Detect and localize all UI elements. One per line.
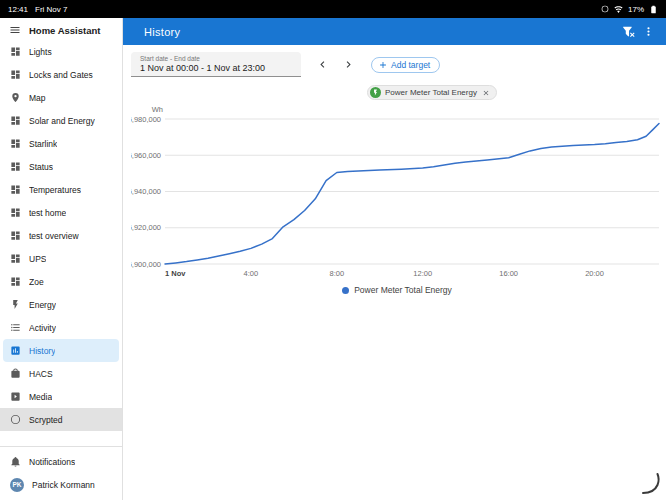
page-title: History [144, 26, 618, 38]
svg-text:6,900,000: 6,900,000 [131, 260, 161, 269]
dashboard-icon [10, 69, 21, 80]
history-chart[interactable]: 6,900,0006,920,0006,940,0006,960,0006,98… [131, 104, 663, 284]
sidebar-item-solar-and-energy[interactable]: Solar and Energy [0, 109, 122, 132]
chevron-left-icon[interactable] [315, 58, 329, 72]
dashboard-icon [10, 276, 21, 287]
sidebar-item-label: Scrypted [29, 415, 63, 425]
svg-text:6,960,000: 6,960,000 [131, 151, 161, 160]
sidebar-item-map[interactable]: Map [0, 86, 122, 109]
chart-wrap: 6,900,0006,920,0006,940,0006,960,0006,98… [131, 104, 663, 295]
sidebar-item-activity[interactable]: Activity [0, 316, 122, 339]
ring-icon [10, 414, 21, 425]
sidebar-item-label: Locks and Gates [29, 70, 93, 80]
dashboard-icon [10, 161, 21, 172]
sidebar-item-label: UPS [29, 254, 46, 264]
svg-text:6,980,000: 6,980,000 [131, 115, 161, 124]
sidebar-item-label: Notifications [29, 457, 75, 467]
gesture-indicator [641, 471, 663, 499]
date-range-label: Start date - End date [140, 55, 292, 62]
bag-icon [10, 368, 21, 379]
sidebar-item-label: Map [29, 93, 46, 103]
sidebar-item-locks-and-gates[interactable]: Locks and Gates [0, 63, 122, 86]
svg-text:6,920,000: 6,920,000 [131, 223, 161, 232]
svg-text:Wh: Wh [152, 105, 163, 114]
wifi-icon [614, 5, 623, 14]
chart-box-icon [10, 345, 21, 356]
dashboard-icon [10, 184, 21, 195]
sidebar-item-label: Energy [29, 300, 56, 310]
chevron-right-icon[interactable] [341, 58, 355, 72]
map-marker-icon [10, 92, 21, 103]
sidebar-item-temperatures[interactable]: Temperatures [0, 178, 122, 201]
sidebar-item-lights[interactable]: Lights [0, 40, 122, 63]
tablet-screen: 12:41 Fri Nov 7 17% Home Assistant Light… [0, 0, 666, 500]
sidebar-item-media[interactable]: Media [0, 385, 122, 408]
sidebar-item-energy[interactable]: Energy [0, 293, 122, 316]
app-title: Home Assistant [29, 25, 100, 36]
date-range-value: 1 Nov at 00:00 - 1 Nov at 23:00 [140, 63, 292, 73]
sidebar-item-zoe[interactable]: Zoe [0, 270, 122, 293]
sidebar-item-hacs[interactable]: HACS [0, 362, 122, 385]
entity-chip-label: Power Meter Total Energy [385, 88, 477, 97]
sidebar-item-label: Lights [29, 47, 52, 57]
date-range-picker[interactable]: Start date - End date 1 Nov at 00:00 - 1… [131, 52, 301, 77]
sidebar-item-label: History [29, 346, 55, 356]
svg-text:4:00: 4:00 [244, 269, 259, 278]
svg-text:16:00: 16:00 [499, 269, 518, 278]
sidebar-item-test-home[interactable]: test home [0, 201, 122, 224]
sidebar-item-label: Starlink [29, 139, 57, 149]
dashboard-icon [10, 207, 21, 218]
sidebar-item-starlink[interactable]: Starlink [0, 132, 122, 155]
sidebar-item-history[interactable]: History [3, 339, 119, 362]
dashboard-icon [10, 230, 21, 241]
add-target-button[interactable]: Add target [371, 57, 440, 73]
sidebar-item-label: test home [29, 208, 66, 218]
main-panel: History Start date - End date 1 Nov at 0… [123, 18, 666, 500]
avatar: PK [10, 478, 24, 492]
svg-text:6,940,000: 6,940,000 [131, 187, 161, 196]
bell-icon [10, 456, 21, 467]
list-icon [10, 322, 21, 333]
date-nav [315, 58, 355, 72]
sidebar-item-label: Status [29, 162, 53, 172]
sidebar-item-notifications[interactable]: Notifications [0, 450, 122, 473]
battery-percent: 17% [628, 5, 644, 14]
sidebar-item-ups[interactable]: UPS [0, 247, 122, 270]
sidebar-item-label: test overview [29, 231, 79, 241]
sidebar-item-label: Media [29, 392, 52, 402]
svg-text:1 Nov: 1 Nov [165, 269, 186, 278]
profile-name: Patrick Kormann [32, 480, 95, 490]
chart-legend[interactable]: Power Meter Total Energy [131, 285, 663, 295]
clock: 12:41 [8, 5, 28, 14]
plus-icon [378, 60, 388, 70]
close-icon[interactable] [482, 89, 490, 97]
menu-icon[interactable] [9, 24, 21, 36]
app-bar: History [123, 18, 666, 45]
svg-text:20:00: 20:00 [585, 269, 604, 278]
sidebar-header: Home Assistant [0, 18, 122, 40]
sidebar-item-label: Temperatures [29, 185, 81, 195]
overflow-menu-icon[interactable] [638, 22, 658, 42]
controls-row: Start date - End date 1 Nov at 00:00 - 1… [131, 52, 666, 77]
sidebar-nav: LightsLocks and GatesMapSolar and Energy… [0, 40, 122, 446]
sidebar-item-scrypted[interactable]: Scrypted [0, 408, 122, 431]
entity-chip[interactable]: Power Meter Total Energy [367, 85, 497, 100]
sidebar-item-label: Solar and Energy [29, 116, 95, 126]
dashboard-icon [10, 253, 21, 264]
legend-label: Power Meter Total Energy [354, 285, 452, 295]
sidebar-item-label: Activity [29, 323, 56, 333]
sidebar-item-test-overview[interactable]: test overview [0, 224, 122, 247]
svg-text:12:00: 12:00 [413, 269, 432, 278]
sidebar: Home Assistant LightsLocks and GatesMapS… [0, 18, 123, 500]
sidebar-footer: Notifications PK Patrick Kormann [0, 446, 122, 500]
history-content: Start date - End date 1 Nov at 00:00 - 1… [123, 45, 666, 500]
flash-icon [370, 87, 381, 98]
sidebar-item-label: HACS [29, 369, 53, 379]
battery-icon [649, 5, 658, 14]
sidebar-item-status[interactable]: Status [0, 155, 122, 178]
legend-dot [342, 287, 349, 294]
sidebar-item-profile[interactable]: PK Patrick Kormann [0, 473, 122, 496]
svg-text:8:00: 8:00 [330, 269, 345, 278]
filter-remove-icon[interactable] [618, 22, 638, 42]
dashboard-icon [10, 138, 21, 149]
